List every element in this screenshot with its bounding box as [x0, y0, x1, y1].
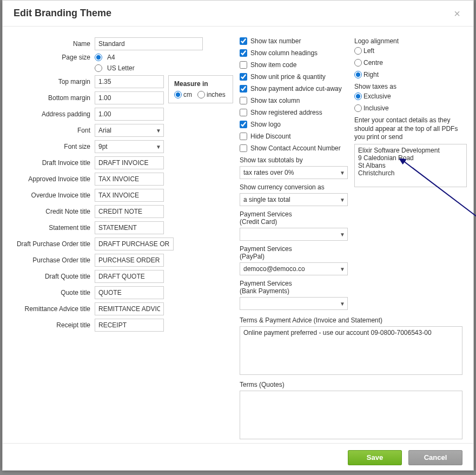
- logo-align-centre-text: Centre: [363, 59, 383, 67]
- right-column: Logo alignment Left Centre Right Show ta…: [354, 37, 468, 189]
- show-payment-advice-checkbox[interactable]: [240, 85, 247, 93]
- middle-column: Show tax number Show column headings Sho…: [240, 37, 348, 310]
- quote-title-label: Quote title: [14, 289, 95, 296]
- draft-quote-title-input[interactable]: [95, 270, 164, 283]
- modal-title: Edit Branding Theme: [14, 8, 111, 19]
- po-title-label: Purchase Order title: [14, 256, 95, 264]
- tax-subtotals-label: Show tax subtotals by: [240, 156, 348, 164]
- taxes-exclusive-text: Exclusive: [363, 93, 391, 100]
- address-padding-label: Address padding: [14, 110, 95, 118]
- save-button[interactable]: Save: [348, 450, 402, 465]
- draft-po-title-label: Draft Purchase Order title: [14, 240, 95, 248]
- taxes-inclusive-radio[interactable]: [354, 104, 362, 112]
- show-column-headings-checkbox[interactable]: [240, 49, 247, 57]
- measure-cm-text: cm: [183, 91, 192, 98]
- remittance-advice-title-input[interactable]: [95, 302, 164, 315]
- approved-invoice-title-label: Approved Invoice title: [14, 175, 95, 183]
- font-size-select[interactable]: 9pt ▼: [95, 140, 164, 153]
- show-taxes-as-label: Show taxes as: [354, 83, 468, 90]
- contact-details-label: Enter your contact details as they shoul…: [354, 116, 468, 142]
- statement-title-input[interactable]: [95, 221, 164, 234]
- draft-invoice-title-input[interactable]: [95, 156, 164, 169]
- overdue-invoice-title-input[interactable]: [95, 189, 164, 202]
- draft-quote-title-label: Draft Quote title: [14, 273, 95, 280]
- payment-services-bank-select[interactable]: ▼: [240, 297, 348, 310]
- address-padding-input[interactable]: [95, 108, 164, 121]
- hide-discount-checkbox[interactable]: [240, 133, 247, 140]
- tax-subtotals-select[interactable]: tax rates over 0% ▼: [240, 166, 348, 179]
- currency-conversion-label: Show currency conversion as: [240, 183, 348, 191]
- receipt-title-input[interactable]: [95, 319, 164, 332]
- chevron-down-icon: ▼: [340, 232, 345, 237]
- logo-align-right-radio[interactable]: [354, 71, 362, 78]
- chevron-down-icon: ▼: [340, 170, 345, 176]
- measure-cm-radio[interactable]: [174, 91, 182, 98]
- page-size-us-radio[interactable]: [95, 64, 102, 72]
- show-tax-column-label: Show tax column: [250, 97, 300, 104]
- credit-note-title-input[interactable]: [95, 205, 164, 218]
- chevron-down-icon: ▼: [340, 197, 345, 203]
- cancel-button[interactable]: Cancel: [408, 450, 462, 465]
- measure-inches-radio[interactable]: [197, 91, 205, 98]
- terms-quotes-label: Terms (Quotes): [240, 381, 468, 388]
- page-size-us-text: US Letter: [107, 64, 135, 72]
- modal-header: Edit Branding Theme ×: [3, 1, 473, 27]
- measure-inches-text: inches: [207, 91, 226, 98]
- name-label: Name: [14, 40, 95, 48]
- show-tax-number-checkbox[interactable]: [240, 37, 247, 45]
- show-logo-checkbox[interactable]: [240, 121, 247, 128]
- terms-quotes-textarea[interactable]: [240, 391, 462, 439]
- font-label: Font: [14, 127, 95, 134]
- name-input[interactable]: [95, 37, 203, 50]
- draft-po-title-input[interactable]: [95, 237, 174, 250]
- quote-title-input[interactable]: [95, 286, 164, 299]
- page-size-a4-radio[interactable]: [95, 54, 102, 61]
- overdue-invoice-title-label: Overdue Invoice title: [14, 192, 95, 199]
- bottom-margin-input[interactable]: [95, 91, 164, 104]
- top-margin-input[interactable]: [95, 75, 164, 88]
- po-title-input[interactable]: [95, 254, 164, 267]
- show-contact-account-checkbox[interactable]: [240, 144, 247, 152]
- logo-align-left-text: Left: [363, 47, 374, 55]
- logo-align-right-text: Right: [363, 71, 379, 78]
- show-tax-column-checkbox[interactable]: [240, 97, 247, 104]
- statement-title-label: Statement title: [14, 224, 95, 232]
- show-registered-address-checkbox[interactable]: [240, 109, 247, 116]
- payment-services-cc-select[interactable]: ▼: [240, 228, 348, 241]
- page-size-a4-text: A4: [107, 54, 115, 61]
- terms-invoice-textarea[interactable]: [240, 326, 462, 375]
- payment-services-paypal-label: Payment Services (PayPal): [240, 245, 348, 260]
- font-size-value: 9pt: [98, 143, 108, 150]
- show-logo-label: Show logo: [250, 121, 281, 128]
- measure-in-title: Measure in: [174, 80, 227, 88]
- tax-subtotals-value: tax rates over 0%: [243, 169, 294, 176]
- modal-footer: Save Cancel: [3, 443, 473, 471]
- logo-align-left-radio[interactable]: [354, 47, 362, 55]
- show-tax-number-label: Show tax number: [250, 37, 301, 45]
- show-unit-price-checkbox[interactable]: [240, 73, 247, 81]
- currency-conversion-value: a single tax total: [243, 196, 290, 203]
- left-column: Name Page size A4 US Letter: [14, 37, 233, 335]
- measure-in-box: Measure in cm inches: [168, 75, 233, 103]
- logo-align-centre-radio[interactable]: [354, 59, 362, 67]
- logo-alignment-label: Logo alignment: [354, 37, 468, 45]
- remittance-advice-title-label: Remittance Advice title: [14, 305, 95, 313]
- approved-invoice-title-input[interactable]: [95, 173, 164, 186]
- show-contact-account-label: Show Contact Account Number: [250, 144, 341, 152]
- chevron-down-icon: ▼: [340, 301, 345, 307]
- show-item-code-checkbox[interactable]: [240, 61, 247, 69]
- currency-conversion-select[interactable]: a single tax total ▼: [240, 193, 348, 206]
- font-value: Arial: [98, 127, 111, 134]
- show-registered-address-label: Show registered address: [250, 109, 322, 116]
- edit-branding-theme-modal: Edit Branding Theme × Name Page size A4: [2, 0, 474, 471]
- close-button[interactable]: ×: [452, 8, 462, 19]
- payment-services-paypal-select[interactable]: democo@democo.co ▼: [240, 262, 348, 275]
- receipt-title-label: Receipt title: [14, 321, 95, 329]
- page-size-label: Page size: [14, 54, 95, 61]
- chevron-down-icon: ▼: [340, 266, 345, 272]
- contact-details-textarea[interactable]: [354, 144, 467, 187]
- font-select[interactable]: Arial ▼: [95, 124, 164, 137]
- font-size-label: Font size: [14, 143, 95, 150]
- taxes-exclusive-radio[interactable]: [354, 93, 362, 100]
- payment-services-paypal-value: democo@democo.co: [243, 265, 305, 273]
